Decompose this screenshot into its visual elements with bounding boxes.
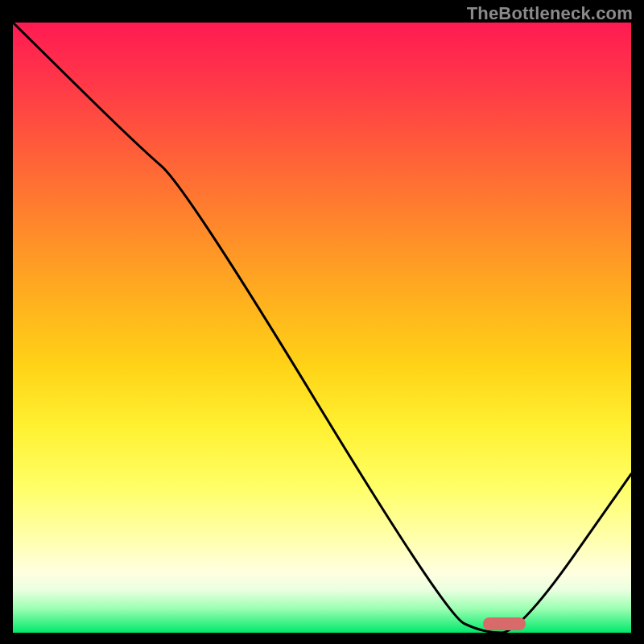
optimal-marker: [483, 617, 526, 630]
watermark-label: TheBottleneck.com: [467, 3, 633, 24]
chart-frame: TheBottleneck.com: [0, 0, 644, 644]
plot-area: [13, 23, 631, 633]
bottleneck-curve: [13, 23, 631, 633]
